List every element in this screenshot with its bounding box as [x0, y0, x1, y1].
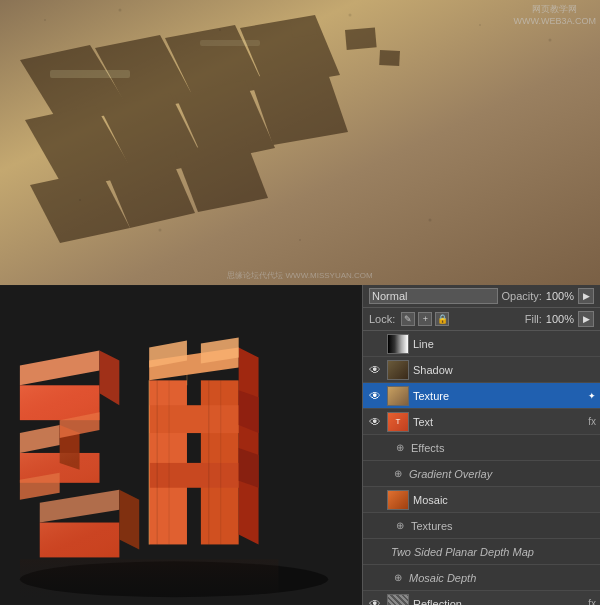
eye-icon-effects-text[interactable] — [377, 440, 393, 456]
layer-name-mosaic-depth: Mosaic Depth — [409, 572, 596, 584]
fill-area: Fill: 100% ▶ — [525, 311, 594, 327]
opacity-arrow[interactable]: ▶ — [578, 288, 594, 304]
thumb-line — [387, 334, 409, 354]
layer-name-line: Line — [413, 338, 596, 350]
layer-line[interactable]: Line — [363, 331, 600, 357]
opacity-label: Opacity: — [502, 290, 542, 302]
effects-icon-mosaic-depth: ⊕ — [391, 571, 405, 585]
fill-value: 100% — [546, 313, 574, 325]
svg-marker-46 — [239, 348, 259, 545]
svg-rect-15 — [50, 70, 130, 78]
thumb-mosaic — [387, 490, 409, 510]
lock-icons: ✎ + 🔒 — [401, 312, 449, 326]
blend-mode-select[interactable]: Normal Multiply Screen Overlay — [369, 288, 498, 304]
effects-icon-text: ⊕ — [393, 441, 407, 455]
effects-icon-textures: ⊕ — [393, 519, 407, 533]
eye-icon-textures[interactable] — [377, 518, 393, 534]
layer-list[interactable]: Line 👁 Shadow 👁 Texture ✦ — [363, 331, 600, 605]
layer-effects-text[interactable]: ⊕ Effects — [363, 435, 600, 461]
svg-rect-59 — [20, 559, 279, 604]
svg-point-22 — [549, 39, 552, 42]
layer-name-mosaic: Mosaic — [413, 494, 596, 506]
cursor-indicator: ✦ — [588, 391, 596, 401]
thumb-texture — [387, 386, 409, 406]
layer-name-text: Text — [413, 416, 585, 428]
layer-name-reflection: Reflection — [413, 598, 585, 606]
watermark-bottom: 思缘论坛代代坛 WWW.MISSYUAN.COM — [227, 270, 372, 281]
opacity-value: 100% — [546, 290, 574, 302]
layer-texture[interactable]: 👁 Texture ✦ — [363, 383, 600, 409]
layer-gradient-overlay-text[interactable]: ⊕ Gradient Overlay — [363, 461, 600, 487]
canvas-area: 网页教学网 WWW.WEB3A.COM 思缘论坛代代坛 WWW.MISSYUAN… — [0, 0, 600, 285]
fill-arrow[interactable]: ▶ — [578, 311, 594, 327]
layer-shadow[interactable]: 👁 Shadow — [363, 357, 600, 383]
layer-reflection[interactable]: 👁 Reflection fx — [363, 591, 600, 605]
thumb-text: T — [387, 412, 409, 432]
eye-icon-mosaic[interactable] — [367, 492, 383, 508]
svg-point-23 — [79, 199, 81, 201]
layer-name-effects-text: Effects — [411, 442, 596, 454]
thumb-shadow — [387, 360, 409, 380]
blend-mode-row: Normal Multiply Screen Overlay Opacity: … — [363, 285, 600, 308]
svg-rect-40 — [40, 523, 120, 558]
svg-rect-14 — [290, 17, 317, 38]
lock-label: Lock: — [369, 313, 395, 325]
canvas-art — [0, 0, 600, 285]
svg-rect-51 — [149, 463, 239, 488]
bottom-section: Normal Multiply Screen Overlay Opacity: … — [0, 285, 600, 605]
lock-position-btn[interactable]: + — [418, 312, 432, 326]
watermark-top-right: 网页教学网 WWW.WEB3A.COM — [514, 4, 597, 27]
eye-icon-text[interactable]: 👁 — [367, 414, 383, 430]
layer-name-textures: Textures — [411, 520, 596, 532]
fill-label: Fill: — [525, 313, 542, 325]
layer-mosaic[interactable]: Mosaic — [363, 487, 600, 513]
svg-rect-16 — [200, 40, 260, 46]
fx-icon-reflection: fx — [588, 598, 596, 605]
eye-icon-line[interactable] — [367, 336, 383, 352]
svg-point-20 — [349, 14, 352, 17]
lock-pixels-btn[interactable]: ✎ — [401, 312, 415, 326]
svg-rect-44 — [149, 380, 187, 544]
layers-panel: Normal Multiply Screen Overlay Opacity: … — [362, 285, 600, 605]
opacity-row: Opacity: 100% ▶ — [502, 288, 595, 304]
render-panel — [0, 285, 362, 605]
gradient-icon-text: ⊕ — [391, 467, 405, 481]
svg-point-17 — [44, 19, 46, 21]
layer-text[interactable]: 👁 T Text fx — [363, 409, 600, 435]
layer-name-shadow: Shadow — [413, 364, 596, 376]
lock-all-btn[interactable]: 🔒 — [435, 312, 449, 326]
svg-marker-52 — [239, 448, 259, 488]
fx-icon-text: fx — [588, 416, 596, 427]
layer-name-texture: Texture — [413, 390, 586, 402]
canvas-background: 网页教学网 WWW.WEB3A.COM 思缘论坛代代坛 WWW.MISSYUAN… — [0, 0, 600, 285]
3d-render — [0, 285, 360, 605]
layer-two-sided[interactable]: Two Sided Planar Depth Map — [363, 539, 600, 565]
lock-row: Lock: ✎ + 🔒 Fill: 100% ▶ — [363, 308, 600, 331]
eye-icon-shadow[interactable]: 👁 — [367, 362, 383, 378]
layer-name-gradient-text: Gradient Overlay — [409, 468, 596, 480]
svg-rect-12 — [345, 27, 377, 50]
svg-point-25 — [299, 239, 301, 241]
svg-point-24 — [159, 229, 162, 232]
svg-point-21 — [479, 24, 481, 26]
thumb-reflection — [387, 594, 409, 606]
eye-icon-texture[interactable]: 👁 — [367, 388, 383, 404]
svg-rect-13 — [379, 50, 400, 66]
layer-name-two-sided: Two Sided Planar Depth Map — [391, 546, 596, 558]
svg-point-19 — [219, 29, 221, 31]
svg-rect-49 — [149, 405, 239, 433]
svg-point-18 — [119, 9, 122, 12]
layer-textures[interactable]: ⊕ Textures — [363, 513, 600, 539]
svg-marker-37 — [119, 490, 139, 550]
svg-point-26 — [429, 219, 432, 222]
layer-mosaic-depth[interactable]: ⊕ Mosaic Depth — [363, 565, 600, 591]
svg-rect-45 — [201, 380, 239, 544]
eye-icon-reflection[interactable]: 👁 — [367, 596, 383, 606]
